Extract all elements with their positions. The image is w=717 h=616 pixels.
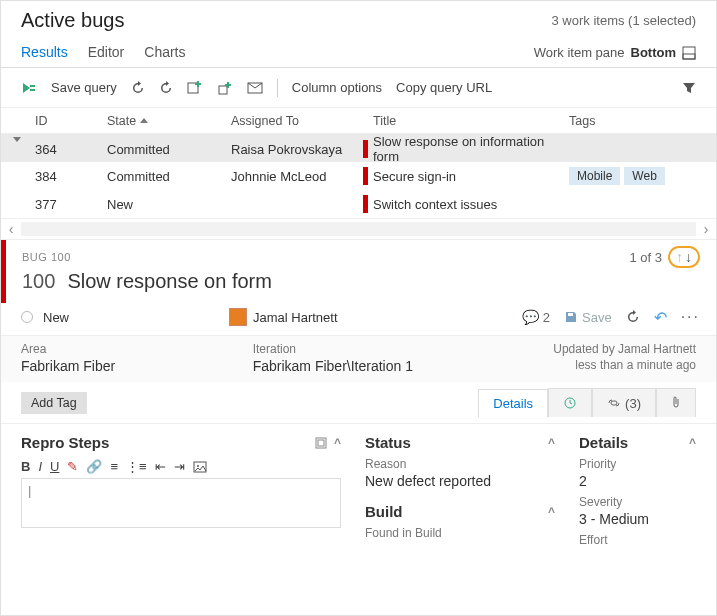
col-id[interactable]: ID — [35, 114, 107, 128]
tab-links[interactable]: (3) — [592, 388, 656, 417]
svg-rect-4 — [30, 89, 35, 91]
iteration-label: Iteration — [253, 342, 465, 356]
scroll-track[interactable] — [21, 222, 696, 236]
strike-button[interactable]: ✎ — [67, 459, 78, 474]
updated-when: less than a minute ago — [484, 358, 696, 372]
svg-rect-1 — [683, 54, 695, 59]
type-bar — [363, 167, 368, 185]
refresh-icon[interactable] — [131, 81, 145, 95]
col-assigned[interactable]: Assigned To — [231, 114, 363, 128]
page-title: Active bugs — [21, 9, 124, 32]
bug-id: 100 — [22, 270, 55, 293]
add-item-icon[interactable] — [217, 81, 233, 95]
fullscreen-icon[interactable] — [314, 436, 328, 450]
area-value[interactable]: Fabrikam Fiber — [21, 358, 233, 374]
priority-label: Priority — [579, 457, 696, 471]
type-bar — [363, 195, 368, 213]
undo-icon[interactable]: ↶ — [654, 308, 667, 327]
tab-history[interactable] — [548, 388, 592, 417]
collapse-details-icon[interactable]: ^ — [689, 436, 696, 450]
table-row[interactable]: 384CommittedJohnnie McLeodSecure sign-in… — [1, 162, 716, 190]
severity-value[interactable]: 3 - Medium — [579, 511, 696, 527]
tab-editor[interactable]: Editor — [88, 38, 137, 68]
status-heading: Status — [365, 434, 411, 451]
cell-title: Switch context issues — [373, 197, 569, 212]
cell-title: Slow response on information form — [373, 134, 569, 164]
pane-layout-icon[interactable] — [682, 46, 696, 60]
collapse-icon[interactable]: ^ — [334, 436, 341, 450]
scroll-right[interactable]: › — [696, 221, 716, 237]
bug-label: BUG 100 — [22, 251, 71, 263]
bullet-list-button[interactable]: ≡ — [110, 459, 118, 474]
table-row[interactable]: 377NewSwitch context issues — [1, 190, 716, 218]
nav-prev[interactable]: ↑ — [676, 250, 683, 264]
cell-tags: MobileWeb — [569, 167, 716, 185]
cell-id: 384 — [35, 169, 107, 184]
svg-marker-10 — [140, 118, 148, 123]
iteration-value[interactable]: Fabrikam Fiber\Iteration 1 — [253, 358, 465, 374]
table-row[interactable]: 364CommittedRaisa PokrovskayaSlow respon… — [1, 134, 716, 162]
severity-label: Severity — [579, 495, 696, 509]
nav-counter: 1 of 3 — [629, 250, 662, 265]
redo-icon[interactable] — [159, 81, 173, 95]
details-heading: Details — [579, 434, 628, 451]
italic-button[interactable]: I — [38, 459, 42, 474]
type-bar — [363, 140, 368, 158]
bug-title[interactable]: Slow response on form — [67, 270, 272, 293]
add-tag-button[interactable]: Add Tag — [21, 392, 87, 414]
copy-url-button[interactable]: Copy query URL — [396, 80, 492, 95]
nav-next[interactable]: ↓ — [685, 250, 692, 264]
svg-rect-3 — [30, 85, 35, 87]
priority-value[interactable]: 2 — [579, 473, 696, 489]
cell-id: 364 — [35, 142, 107, 157]
comments-button[interactable]: 💬 2 — [522, 309, 550, 325]
col-tags[interactable]: Tags — [569, 114, 716, 128]
cell-state: New — [107, 197, 231, 212]
filter-icon[interactable] — [682, 81, 696, 95]
nav-arrows: ↑ ↓ — [668, 246, 700, 268]
email-icon[interactable] — [247, 82, 263, 94]
tab-charts[interactable]: Charts — [144, 38, 197, 68]
underline-button[interactable]: U — [50, 459, 59, 474]
build-heading: Build — [365, 503, 403, 520]
save-button[interactable]: Save — [564, 310, 612, 325]
reason-value[interactable]: New defect reported — [365, 473, 555, 489]
repro-editor[interactable]: | — [21, 478, 341, 528]
run-query-icon[interactable] — [21, 81, 37, 95]
svg-rect-13 — [318, 440, 324, 446]
reason-label: Reason — [365, 457, 555, 471]
found-build-label: Found in Build — [365, 526, 555, 540]
item-count: 3 work items (1 selected) — [552, 13, 697, 28]
assignee-name[interactable]: Jamal Hartnett — [253, 310, 338, 325]
pane-label: Work item pane — [534, 45, 625, 60]
cell-assigned: Johnnie McLeod — [231, 169, 363, 184]
column-options-button[interactable]: Column options — [292, 80, 382, 95]
row-caret — [13, 142, 35, 157]
rte-toolbar: B I U ✎ 🔗 ≡ ⋮≡ ⇤ ⇥ — [21, 459, 341, 474]
bold-button[interactable]: B — [21, 459, 30, 474]
scroll-left[interactable]: ‹ — [1, 221, 21, 237]
link-button[interactable]: 🔗 — [86, 459, 102, 474]
state-dot — [21, 311, 33, 323]
tab-results[interactable]: Results — [21, 38, 80, 68]
state-value[interactable]: New — [43, 310, 69, 325]
repro-heading: Repro Steps — [21, 434, 109, 451]
col-title[interactable]: Title — [373, 114, 569, 128]
outdent-button[interactable]: ⇤ — [155, 459, 166, 474]
svg-rect-0 — [683, 47, 695, 59]
cell-state: Committed — [107, 142, 231, 157]
tab-details[interactable]: Details — [478, 389, 548, 418]
col-state[interactable]: State — [107, 114, 231, 128]
refresh-detail-icon[interactable] — [626, 310, 640, 324]
tab-attachments[interactable] — [656, 388, 696, 417]
more-actions-icon[interactable]: ··· — [681, 308, 700, 326]
collapse-build-icon[interactable]: ^ — [548, 505, 555, 519]
number-list-button[interactable]: ⋮≡ — [126, 459, 147, 474]
svg-marker-2 — [23, 83, 30, 93]
new-item-icon[interactable] — [187, 81, 203, 95]
collapse-status-icon[interactable]: ^ — [548, 436, 555, 450]
indent-button[interactable]: ⇥ — [174, 459, 185, 474]
pane-value[interactable]: Bottom — [631, 45, 677, 60]
image-button[interactable] — [193, 460, 207, 474]
save-query-button[interactable]: Save query — [51, 80, 117, 95]
